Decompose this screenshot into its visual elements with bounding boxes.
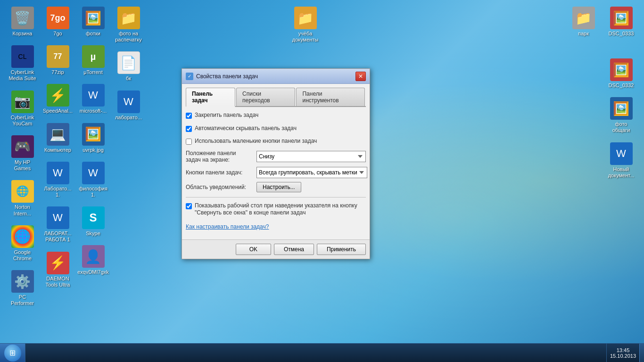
tab-panelzadach[interactable]: Панель задач: [186, 88, 235, 107]
icon-park[interactable]: 📁 парк: [566, 5, 601, 39]
icon-label-skype: Skype: [86, 230, 100, 237]
dialog-body: Панель задач Списки переходов Панели инс…: [182, 84, 370, 239]
icon-google-chrome[interactable]: 🌐 GoogleChrome: [5, 223, 40, 263]
utorrent-icon: µ: [82, 45, 105, 68]
icon-korzina[interactable]: 🗑️ Корзина: [5, 5, 40, 39]
icon-microsoft[interactable]: W microsoft-...: [75, 82, 111, 116]
laborato-icon: W: [47, 162, 69, 184]
icon-label-korzina: Корзина: [13, 31, 33, 37]
notifications-row: Область уведомлений: Настроить...: [186, 182, 366, 192]
icon-label-pcperf: PC Performer: [7, 294, 38, 306]
komputer-icon: 💻: [47, 123, 69, 146]
icon-cyberlink[interactable]: CL CyberLinkMedia Suite: [5, 43, 40, 83]
icon-ucheba[interactable]: 📁 учёбадокументы: [288, 5, 323, 45]
icon-komputer[interactable]: 💻 Компьютер: [40, 121, 75, 155]
icon-pc-performer[interactable]: ⚙️ PC Performer: [5, 268, 40, 308]
help-link[interactable]: Как настраивать панели задач?: [186, 223, 269, 230]
notifications-configure-button[interactable]: Настроить...: [256, 182, 301, 192]
checkbox-avtoskryvat[interactable]: [186, 126, 192, 132]
start-button[interactable]: ⊞: [0, 344, 25, 362]
icon-label-77zip: 77zip: [51, 69, 64, 75]
icon-label-fotona: фото нараспечатку: [115, 31, 142, 43]
buttons-select[interactable]: Всегда группировать, скрывать метки Груп…: [256, 167, 367, 178]
taskbar-properties-dialog: ✓ Свойства панели задач ✕ Панель задач С…: [182, 68, 370, 259]
icon-norton[interactable]: 🌐 NortonIntern...: [5, 178, 40, 218]
tab-paneliinstr[interactable]: Панели инструментов: [296, 88, 365, 106]
icon-cyberlink-cam[interactable]: 📷 CyberLinkYouCam: [5, 89, 40, 129]
icon-laborato[interactable]: W Лаборато...1.: [40, 160, 75, 200]
icon-fotki[interactable]: 🖼️ фотки: [75, 5, 111, 39]
cancel-button[interactable]: Отмена: [274, 244, 314, 255]
icon-label-chrome: GoogleChrome: [13, 249, 32, 262]
icon-exqv[interactable]: 👤 exqvDMI7gxk: [75, 243, 111, 277]
norton-icon: 🌐: [11, 180, 34, 203]
ok-button[interactable]: OK: [236, 244, 271, 255]
notifications-label: Область уведомлений:: [186, 184, 256, 190]
icon-utorrent[interactable]: µ μTorrent: [75, 43, 111, 77]
icon-7go[interactable]: 7go 7go: [40, 5, 75, 39]
speedanal-icon: ⚡: [47, 84, 69, 107]
icon-uvrpk[interactable]: 🖼️ uvrpk.jpg: [75, 121, 111, 155]
apply-button[interactable]: Применить: [317, 244, 366, 255]
icon-filosofiya[interactable]: W философия1.: [75, 160, 111, 200]
77zip-icon: 77: [47, 45, 69, 68]
label-zakrepit: Закрепить панель задач: [195, 112, 258, 119]
start-orb-icon: ⊞: [4, 345, 21, 362]
dialog-footer: OK Отмена Применить: [182, 239, 370, 259]
icon-label-cyberlink: CyberLinkMedia Suite: [8, 69, 36, 82]
icon-fotona[interactable]: 📁 фото нараспечатку: [111, 5, 146, 45]
tab-listiperekh[interactable]: Списки переходов: [236, 88, 295, 106]
cyberlink-icon: CL: [11, 45, 34, 68]
skype-icon: S: [82, 206, 105, 229]
labrabota-icon: W: [47, 206, 69, 229]
dialog-close-button[interactable]: ✕: [355, 72, 366, 81]
dialog-tabs: Панель задач Списки переходов Панели инс…: [186, 88, 366, 107]
7go-icon: 7go: [47, 7, 69, 29]
label-avtoskryvat: Автоматически скрывать панель задач: [195, 125, 297, 132]
icon-label-myhp: My HPGames: [14, 159, 31, 172]
icon-novy-dok[interactable]: W Новыйдокумент...: [603, 140, 639, 181]
fotona-icon: 📁: [117, 7, 140, 29]
icon-label-park: парк: [578, 31, 589, 37]
checkbox-malenkiy-row: Использовать маленькие кнопки панели зад…: [186, 137, 366, 146]
dialog-title: Свойства панели задач: [196, 73, 355, 80]
label-malenkiy: Использовать маленькие кнопки панели зад…: [195, 138, 317, 145]
icon-label-laboratoria: лаборато...: [115, 115, 142, 121]
laboratoria-icon: W: [117, 90, 140, 113]
icon-label-utorrent: μTorrent: [83, 69, 103, 75]
icon-label-dsc0333: DSC_0333: [609, 31, 634, 37]
dsc0333-icon: 🖼️: [610, 7, 633, 29]
checkbox-showdesktop[interactable]: [186, 203, 192, 209]
dialog-titlebar[interactable]: ✓ Свойства панели задач ✕: [182, 69, 370, 84]
label-showdesktop: Показывать рабочий стол при наведении ук…: [195, 202, 366, 217]
icon-label-ucheba: учёбадокументы: [292, 31, 319, 43]
dialog-separator: [186, 197, 366, 197]
clock-date: 15.10.2013: [610, 353, 636, 359]
show-desktop-button[interactable]: [639, 344, 644, 362]
icon-daemon[interactable]: ⚡ DAEMONTools Ultra: [40, 250, 75, 290]
icon-label-7go: 7go: [53, 31, 62, 37]
icon-bk[interactable]: 📄 бк: [111, 49, 146, 83]
icon-label-fotoobshagi: фотообщаги: [612, 121, 630, 133]
icon-label-microsoft: microsoft-...: [80, 108, 107, 114]
icon-laboratoria[interactable]: W лаборато...: [111, 89, 146, 123]
myhp-icon: 🎮: [11, 135, 34, 158]
icon-myhp[interactable]: 🎮 My HPGames: [5, 133, 40, 173]
showdesktop-row: Показывать рабочий стол при наведении ук…: [186, 201, 366, 218]
icon-labrabota[interactable]: W ЛАБОРАТ...РАБОТА 1: [40, 205, 75, 245]
icon-dsc0333-container[interactable]: 🖼️ DSC_0333: [603, 5, 639, 39]
checkbox-zakrepit[interactable]: [186, 113, 192, 119]
ucheba-icon: 📁: [294, 7, 317, 29]
icon-speedanal[interactable]: ⚡ SpeedAnal...: [40, 82, 75, 116]
checkbox-zakrepit-row: Закрепить панель задач: [186, 111, 366, 120]
checkbox-malenkiy[interactable]: [186, 139, 192, 145]
position-select[interactable]: Снизу Сверху Слева Справа: [256, 151, 366, 162]
icon-label-fotki: фотки: [86, 31, 100, 37]
icon-77zip[interactable]: 77 77zip: [40, 43, 75, 77]
exqv-icon: 👤: [82, 245, 105, 268]
icon-foto-obshagi[interactable]: 🖼️ фотообщаги: [603, 95, 639, 135]
taskbar: ⊞ 13:45 15.10.2013: [0, 343, 644, 362]
microsoft-icon: W: [82, 84, 105, 107]
icon-dsc0332[interactable]: 🖼️ DSC_0332: [603, 57, 639, 90]
icon-skype[interactable]: S Skype: [75, 205, 111, 239]
